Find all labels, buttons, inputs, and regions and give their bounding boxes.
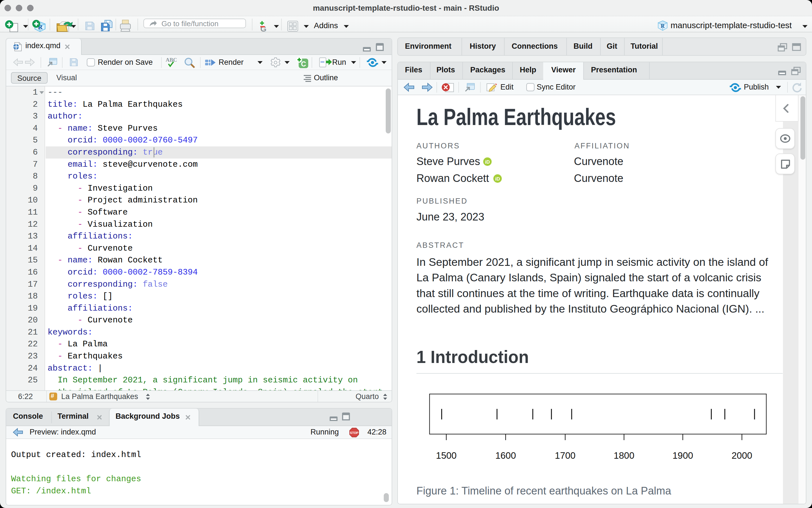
svg-text:iD: iD — [495, 176, 500, 182]
svg-text:C: C — [301, 60, 306, 68]
svg-text:2000: 2000 — [731, 450, 752, 461]
svg-text:G: G — [260, 25, 267, 33]
svg-text:1800: 1800 — [614, 450, 634, 461]
svg-text:R: R — [661, 23, 665, 29]
svg-text:iD: iD — [485, 159, 490, 165]
svg-text:STOP: STOP — [350, 431, 358, 434]
svg-text:1900: 1900 — [673, 450, 693, 461]
svg-text:1500: 1500 — [436, 450, 456, 461]
svg-text:1600: 1600 — [495, 450, 516, 461]
svg-text:ABC: ABC — [166, 57, 177, 63]
svg-text:1700: 1700 — [555, 450, 575, 461]
